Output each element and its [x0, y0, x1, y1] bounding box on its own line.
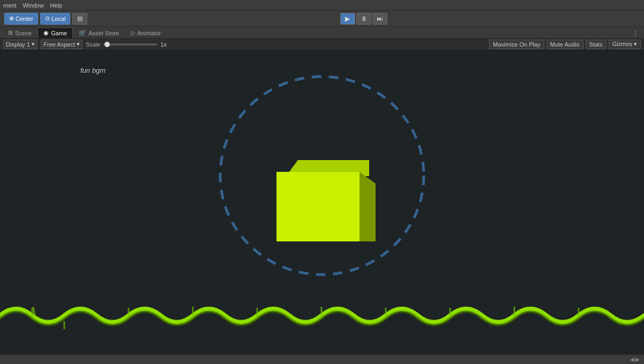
pause-button[interactable]: ⏸ — [356, 13, 371, 25]
mute-audio-button[interactable]: Mute Audio — [546, 40, 583, 49]
aspect-label: Free Aspect — [43, 41, 75, 48]
animator-icon: ▷ — [131, 29, 135, 36]
layers-button[interactable]: ▤ — [72, 13, 87, 25]
tab-game-label: Game — [51, 30, 67, 36]
scale-label: Scale — [86, 41, 101, 48]
display-chevron: ▾ — [32, 41, 35, 48]
aspect-select[interactable]: Free Aspect ▾ — [41, 40, 83, 49]
status-bar: ◀ ▶ — [0, 354, 644, 364]
play-icon: ▶ — [345, 15, 350, 22]
wavy-line — [0, 292, 644, 335]
center-button[interactable]: ⊕ Center — [4, 13, 38, 25]
menu-help[interactable]: Help — [50, 2, 63, 9]
store-icon: 🛒 — [79, 29, 86, 36]
local-label: Local — [51, 16, 65, 22]
cube-right-face — [360, 172, 376, 241]
scale-value: 1x — [160, 41, 167, 48]
scale-slider-thumb — [104, 42, 110, 47]
step-button[interactable]: ⏭ — [372, 13, 387, 25]
game-viewport: fun bgm — [0, 50, 644, 364]
tab-animator-label: Animator — [137, 30, 161, 36]
display-label: Display 1 — [6, 41, 30, 48]
center-icon: ⊕ — [9, 15, 14, 22]
scene-icon: ⊞ — [8, 29, 13, 36]
tab-animator[interactable]: ▷ Animator — [125, 27, 167, 38]
display-select[interactable]: Display 1 ▾ — [3, 40, 38, 49]
local-button[interactable]: ⊙ Local — [40, 13, 70, 25]
toolbar-left: ⊕ Center ⊙ Local ▤ — [4, 13, 87, 25]
nav-right-arrow[interactable]: ▶ — [635, 357, 640, 362]
stats-button[interactable]: Stats — [586, 40, 606, 49]
toolbar: ⊕ Center ⊙ Local ▤ ▶ ⏸ ⏭ — [0, 11, 644, 27]
tab-asset-store-label: Asset Store — [88, 30, 119, 36]
aspect-chevron: ▾ — [77, 41, 80, 48]
game-toolbar-right: Maximize On Play Mute Audio Stats Gizmos… — [489, 40, 641, 49]
cube-container — [276, 160, 368, 246]
menu-ment[interactable]: ment — [3, 2, 16, 9]
local-icon: ⊙ — [45, 15, 50, 22]
cube-front-face — [276, 172, 360, 241]
tab-scene[interactable]: ⊞ Scene — [2, 27, 38, 38]
step-icon: ⏭ — [377, 15, 383, 22]
gizmos-button[interactable]: Gizmos ▾ — [609, 40, 641, 49]
camera-icon: ◉ — [43, 29, 49, 36]
menu-window[interactable]: Window — [23, 2, 43, 9]
game-toolbar: Display 1 ▾ Free Aspect ▾ Scale 1x Maxim… — [0, 39, 644, 50]
layers-icon: ▤ — [77, 15, 83, 22]
menu-bar: ment Window Help — [0, 0, 644, 11]
tab-asset-store[interactable]: 🛒 Asset Store — [73, 27, 125, 38]
toolbar-center: ▶ ⏸ ⏭ — [340, 13, 387, 25]
nav-arrows: ◀ ▶ — [630, 357, 640, 362]
maximize-on-play-button[interactable]: Maximize On Play — [489, 40, 544, 49]
pause-icon: ⏸ — [361, 15, 367, 22]
tabs-more[interactable]: ⋮ — [629, 28, 642, 38]
nav-left-arrow[interactable]: ◀ — [630, 357, 634, 362]
tab-game[interactable]: ◉ Game — [38, 27, 73, 38]
tab-scene-label: Scene — [15, 30, 32, 36]
bgm-label: fun bgm — [80, 66, 106, 74]
tabs: ⊞ Scene ◉ Game 🛒 Asset Store ▷ Animator … — [0, 27, 644, 39]
scale-slider[interactable] — [103, 43, 157, 46]
center-label: Center — [16, 16, 33, 22]
play-button[interactable]: ▶ — [340, 13, 355, 25]
